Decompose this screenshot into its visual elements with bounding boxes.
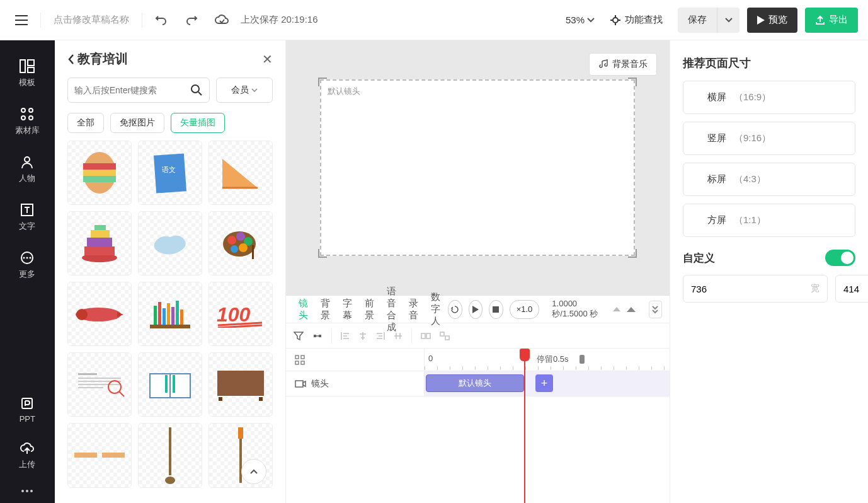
asset-thumb[interactable]: [67, 423, 132, 487]
svg-rect-60: [74, 453, 97, 458]
search-icon[interactable]: [190, 84, 203, 96]
nav-text[interactable]: 文字: [19, 203, 35, 232]
speed-button[interactable]: ×1.0: [510, 300, 540, 319]
canvas-corner: [628, 78, 637, 86]
cloud-sync-icon[interactable]: [210, 9, 233, 32]
upload-icon: [20, 442, 34, 455]
nav-template[interactable]: 模板: [19, 59, 35, 88]
play-button[interactable]: [469, 300, 483, 319]
panel-back-title[interactable]: 教育培训: [67, 50, 257, 67]
size-option-standard[interactable]: 标屏（4:3）: [683, 163, 855, 196]
canvas-corner: [318, 78, 327, 86]
canvas[interactable]: 默认镜头: [320, 79, 635, 256]
size-ratio: （4:3）: [734, 173, 766, 185]
filter-vector[interactable]: 矢量插图: [171, 113, 225, 133]
svg-point-38: [76, 309, 88, 320]
search-input[interactable]: [74, 85, 190, 95]
height-input[interactable]: [843, 284, 868, 294]
chevron-down-icon: [725, 18, 733, 23]
asset-thumb[interactable]: 语文: [138, 141, 202, 205]
stop-button[interactable]: [489, 300, 503, 319]
playhead-handle[interactable]: [520, 349, 530, 361]
asset-thumb[interactable]: [138, 423, 202, 487]
asset-thumb[interactable]: [138, 282, 202, 346]
last-save-time: 上次保存 20:19:16: [241, 14, 318, 26]
svg-rect-66: [493, 306, 499, 313]
feature-search-button[interactable]: 功能查找: [610, 14, 663, 26]
svg-rect-43: [167, 303, 170, 325]
divider: [411, 328, 412, 344]
tab-shot[interactable]: 镜头: [294, 295, 313, 324]
svg-rect-74: [301, 356, 304, 359]
ruler[interactable]: 0 停留0.5s: [425, 349, 670, 371]
svg-rect-69: [421, 333, 425, 338]
size-option-landscape[interactable]: 横屏（16:9）: [683, 81, 855, 114]
asset-thumb[interactable]: [208, 352, 273, 417]
asset-thumb[interactable]: [208, 211, 273, 275]
scroll-top-button[interactable]: [241, 459, 266, 484]
bgm-button[interactable]: 背景音乐: [589, 53, 657, 76]
tab-fg[interactable]: 前景: [360, 295, 379, 324]
asset-thumb[interactable]: [67, 282, 132, 346]
zoom-in-icon[interactable]: [626, 306, 637, 313]
filter-tool-icon[interactable]: [294, 331, 304, 341]
asset-thumb[interactable]: [67, 352, 132, 417]
nav-more[interactable]: 更多: [19, 251, 35, 280]
nav-upload[interactable]: 上传: [19, 442, 35, 470]
svg-rect-39: [150, 325, 190, 328]
svg-rect-58: [219, 397, 222, 401]
save-dropdown[interactable]: [717, 8, 740, 33]
snap-tool-icon[interactable]: [312, 331, 323, 341]
member-dropdown[interactable]: 会员: [216, 78, 273, 103]
asset-thumb[interactable]: [138, 211, 202, 275]
stay-marker[interactable]: [580, 355, 585, 364]
nav-label: 人物: [19, 173, 35, 184]
nav-overflow[interactable]: [21, 489, 33, 493]
asset-thumb[interactable]: [208, 141, 273, 205]
preview-button[interactable]: 预览: [747, 8, 797, 33]
menu-icon[interactable]: [10, 9, 33, 32]
close-icon[interactable]: ✕: [262, 52, 273, 67]
export-button[interactable]: 导出: [805, 8, 858, 33]
tab-record[interactable]: 录音: [404, 295, 423, 324]
asset-thumb[interactable]: [138, 352, 202, 417]
draft-name-input[interactable]: 点击修改草稿名称: [49, 14, 134, 26]
add-clip-button[interactable]: +: [535, 374, 553, 392]
svg-point-35: [231, 245, 238, 253]
rewind-button[interactable]: [448, 300, 462, 319]
undo-icon[interactable]: [150, 9, 173, 32]
zoom-out-icon[interactable]: [612, 306, 622, 312]
expand-timeline[interactable]: [649, 301, 662, 318]
rewind-icon: [450, 305, 459, 314]
zoom-dropdown[interactable]: 53%: [566, 14, 595, 25]
asset-thumb[interactable]: [67, 211, 132, 275]
asset-panel: 教育培训 ✕ 会员 全部 免抠图片 矢量插图 语文: [55, 40, 286, 503]
size-ratio: （1:1）: [734, 214, 766, 226]
nav-person[interactable]: 人物: [19, 155, 35, 184]
playhead[interactable]: [524, 349, 525, 503]
timeline: 镜头 背景 字幕 前景 语音合成 录音 数字人 ×1.0 1.0000 秒/1.…: [286, 295, 670, 503]
center-area: 背景音乐 默认镜头 镜头 背景 字幕 前景 语音合成 录音 数字人: [286, 40, 670, 503]
nav-assets[interactable]: 素材库: [15, 107, 40, 136]
feature-search-label: 功能查找: [625, 14, 663, 26]
play-icon: [757, 16, 765, 25]
save-button[interactable]: 保存: [678, 8, 717, 33]
tab-subtitle[interactable]: 字幕: [338, 295, 357, 324]
clip-default-shot[interactable]: 默认镜头: [426, 374, 524, 392]
size-option-square[interactable]: 方屏（1:1）: [683, 204, 855, 237]
svg-rect-27: [87, 238, 112, 246]
svg-rect-26: [84, 246, 115, 255]
top-bar: 点击修改草稿名称 上次保存 20:19:16 53% 功能查找 保存 预览 导出: [0, 0, 868, 40]
filter-cutout[interactable]: 免抠图片: [110, 113, 164, 133]
nav-ppt[interactable]: PPT: [20, 396, 35, 424]
width-input[interactable]: [691, 284, 811, 294]
svg-point-12: [26, 257, 28, 259]
filter-all[interactable]: 全部: [67, 113, 104, 133]
asset-thumb[interactable]: [67, 141, 132, 205]
custom-toggle[interactable]: [825, 250, 855, 266]
size-option-portrait[interactable]: 竖屏（9:16）: [683, 122, 855, 155]
track-body[interactable]: 默认镜头 +: [425, 371, 670, 396]
redo-icon[interactable]: [180, 9, 203, 32]
tab-bg[interactable]: 背景: [316, 295, 335, 324]
asset-thumb[interactable]: 100: [208, 282, 273, 346]
